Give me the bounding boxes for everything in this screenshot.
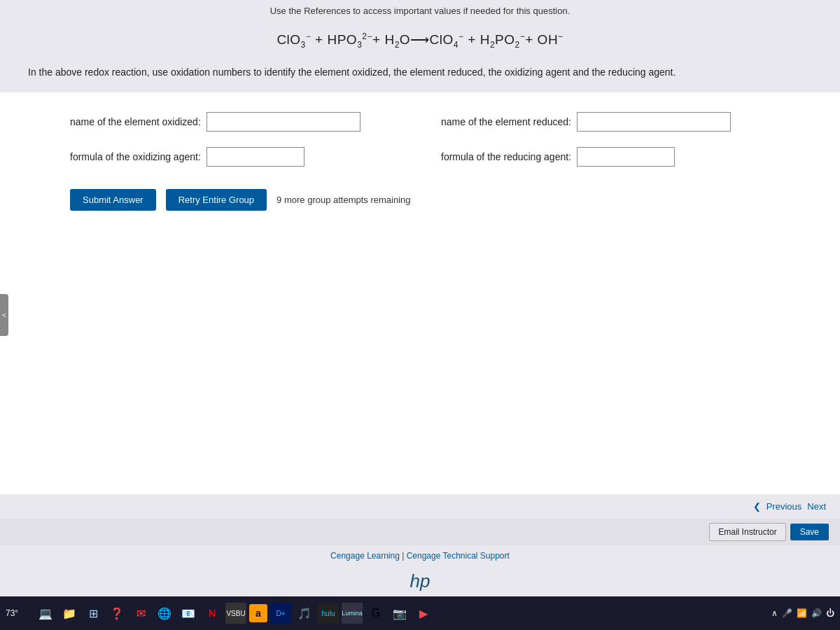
- page-wrapper: < Use the References to access important…: [0, 0, 840, 630]
- taskbar-icon-google[interactable]: G: [365, 603, 386, 624]
- taskbar-icon-amazon[interactable]: a: [249, 604, 267, 622]
- action-bar: Email Instructor Save: [0, 519, 840, 545]
- taskbar-microphone-icon: 🎤: [782, 608, 792, 618]
- taskbar-icon-lumina[interactable]: Lumina: [342, 603, 363, 624]
- reduced-input[interactable]: [577, 112, 731, 132]
- retry-entire-group-button[interactable]: Retry Entire Group: [166, 189, 267, 211]
- attempts-remaining-text: 9 more group attempts remaining: [276, 195, 410, 205]
- question-text: In the above redox reaction, use oxidati…: [0, 58, 840, 92]
- taskbar: 73° 💻 📁 ⊞ ❓ ✉ 🌐 📧 N VSBU a D+ 🎵 hulu Lum…: [0, 596, 840, 630]
- taskbar-icon-vsbu[interactable]: VSBU: [225, 603, 246, 624]
- taskbar-icon-hulu[interactable]: hulu: [318, 603, 339, 624]
- navigation-area: ❮ Previous Next: [0, 494, 840, 519]
- reducing-agent-input[interactable]: [577, 147, 675, 167]
- taskbar-icon-media[interactable]: ▶: [413, 603, 434, 624]
- form-group-reduced: name of the element reduced:: [441, 112, 784, 132]
- form-row-1: name of the element oxidized: name of th…: [70, 112, 784, 132]
- left-collapse-tab[interactable]: <: [0, 294, 8, 336]
- taskbar-caret-up[interactable]: ∧: [771, 608, 778, 618]
- taskbar-icon-grid[interactable]: ⊞: [83, 603, 104, 624]
- taskbar-icon-email[interactable]: 📧: [178, 603, 199, 624]
- submit-answer-button[interactable]: Submit Answer: [70, 189, 156, 211]
- taskbar-icon-edge[interactable]: 🌐: [154, 603, 175, 624]
- oxidized-label: name of the element oxidized:: [70, 116, 201, 127]
- cengage-learning-link[interactable]: Cengage Learning: [330, 551, 400, 561]
- taskbar-icon-photo[interactable]: 📷: [389, 603, 410, 624]
- hp-logo: hp: [0, 566, 840, 596]
- chemical-equation: ClO3− + HPO32−+ H2O⟶ClO4− + H2PO2−+ OH−: [276, 32, 563, 47]
- taskbar-icon-netflix[interactable]: N: [202, 603, 223, 624]
- taskbar-power-icon[interactable]: ⏻: [826, 608, 834, 618]
- equation-area: ClO3− + HPO32−+ H2O⟶ClO4− + H2PO2−+ OH−: [0, 19, 840, 58]
- taskbar-icon-music[interactable]: 🎵: [294, 603, 315, 624]
- reduced-label: name of the element reduced:: [441, 116, 571, 127]
- oxidized-input[interactable]: [206, 112, 360, 132]
- save-button[interactable]: Save: [790, 524, 829, 540]
- button-area: Submit Answer Retry Entire Group 9 more …: [70, 182, 784, 211]
- taskbar-icon-help[interactable]: ❓: [106, 603, 127, 624]
- notice-text: Use the References to access important v…: [270, 6, 570, 16]
- form-group-reducing: formula of the reducing agent:: [441, 147, 784, 167]
- form-area: name of the element oxidized: name of th…: [0, 92, 840, 494]
- taskbar-icon-folder[interactable]: 📁: [59, 603, 80, 624]
- taskbar-icon-laptop[interactable]: 💻: [35, 603, 56, 624]
- taskbar-right-area: ∧ 🎤 📶 🔊 ⏻: [771, 608, 834, 618]
- previous-link[interactable]: Previous: [766, 501, 802, 512]
- reducing-agent-label: formula of the reducing agent:: [441, 151, 571, 162]
- temperature-display: 73°: [6, 608, 27, 618]
- oxidizing-agent-label: formula of the oxidizing agent:: [70, 151, 201, 162]
- top-notice: Use the References to access important v…: [0, 0, 840, 19]
- oxidizing-agent-input[interactable]: [206, 147, 304, 167]
- form-row-2: formula of the oxidizing agent: formula …: [70, 147, 784, 167]
- form-group-oxidized: name of the element oxidized:: [70, 112, 413, 132]
- email-instructor-button[interactable]: Email Instructor: [709, 523, 785, 541]
- chevron-left-icon: ❮: [753, 501, 761, 512]
- taskbar-wifi-icon[interactable]: 📶: [797, 608, 807, 618]
- question-body: In the above redox reaction, use oxidati…: [28, 66, 676, 78]
- main-content: Use the References to access important v…: [0, 0, 840, 596]
- taskbar-volume-icon[interactable]: 🔊: [811, 608, 822, 618]
- taskbar-icon-disney[interactable]: D+: [270, 603, 291, 624]
- next-link[interactable]: Next: [807, 501, 826, 512]
- form-group-oxidizing: formula of the oxidizing agent:: [70, 147, 413, 167]
- cengage-support-link[interactable]: Cengage Technical Support: [407, 551, 510, 561]
- footer: Cengage Learning | Cengage Technical Sup…: [0, 545, 840, 566]
- taskbar-icon-mail-red[interactable]: ✉: [130, 603, 151, 624]
